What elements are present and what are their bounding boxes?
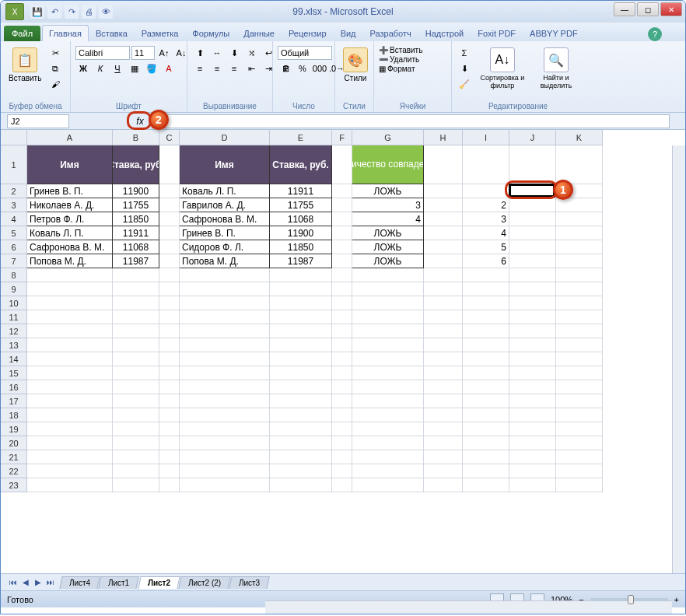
cell[interactable] bbox=[424, 408, 463, 422]
cell[interactable] bbox=[352, 310, 424, 324]
qat-button-0[interactable]: 💾 bbox=[30, 5, 44, 19]
row-header[interactable]: 5 bbox=[1, 226, 27, 240]
cell[interactable] bbox=[509, 226, 556, 240]
sheet-tab[interactable]: Лист1 bbox=[99, 576, 140, 589]
cell[interactable] bbox=[332, 268, 352, 282]
cell[interactable] bbox=[27, 380, 113, 394]
cell[interactable] bbox=[463, 145, 509, 184]
cell[interactable]: ЛОЖЬ bbox=[352, 184, 424, 198]
cell[interactable] bbox=[113, 296, 159, 310]
cell[interactable] bbox=[113, 324, 159, 338]
sheet-nav-last-icon[interactable]: ⏭ bbox=[44, 576, 57, 589]
cell[interactable] bbox=[159, 380, 180, 394]
cell[interactable] bbox=[352, 366, 424, 380]
cell[interactable] bbox=[113, 394, 159, 408]
column-header[interactable]: C bbox=[159, 130, 180, 145]
cell[interactable] bbox=[332, 338, 352, 352]
copy-icon[interactable]: ⧉ bbox=[47, 61, 63, 75]
cell[interactable] bbox=[113, 436, 159, 450]
cell[interactable]: Ставка, руб. bbox=[113, 145, 159, 184]
cell[interactable] bbox=[509, 296, 556, 310]
row-header[interactable]: 9 bbox=[1, 282, 27, 296]
cell[interactable] bbox=[113, 450, 159, 464]
cell[interactable] bbox=[352, 268, 424, 282]
cell[interactable] bbox=[556, 394, 603, 408]
decrease-font-icon[interactable]: A↓ bbox=[173, 46, 189, 60]
cell[interactable] bbox=[352, 296, 424, 310]
cell[interactable] bbox=[352, 436, 424, 450]
cell[interactable] bbox=[332, 408, 352, 422]
cell[interactable] bbox=[27, 422, 113, 436]
cell[interactable]: 11068 bbox=[113, 240, 159, 254]
percent-icon[interactable]: % bbox=[295, 61, 310, 75]
cell[interactable] bbox=[509, 380, 556, 394]
cell[interactable] bbox=[509, 184, 556, 198]
cell[interactable] bbox=[332, 184, 352, 198]
cell[interactable]: Количество совпадений bbox=[352, 145, 424, 184]
cell[interactable] bbox=[332, 198, 352, 212]
cell[interactable]: 11850 bbox=[270, 240, 332, 254]
cell[interactable] bbox=[332, 212, 352, 226]
cell[interactable] bbox=[556, 352, 603, 366]
cell[interactable] bbox=[424, 478, 463, 492]
column-header[interactable]: K bbox=[556, 130, 603, 145]
cell[interactable]: 11900 bbox=[113, 184, 159, 198]
cell[interactable] bbox=[159, 310, 180, 324]
cell[interactable] bbox=[352, 324, 424, 338]
cell[interactable] bbox=[463, 268, 509, 282]
row-header[interactable]: 21 bbox=[1, 450, 27, 464]
cell[interactable] bbox=[270, 296, 332, 310]
cell[interactable] bbox=[509, 254, 556, 268]
decrease-indent-icon[interactable]: ⇤ bbox=[243, 61, 259, 75]
align-center-icon[interactable]: ≡ bbox=[209, 61, 225, 75]
row-header[interactable]: 13 bbox=[1, 338, 27, 352]
cell[interactable]: 11755 bbox=[113, 198, 159, 212]
sort-filter-button[interactable]: A↓ Сортировка и фильтр bbox=[475, 46, 530, 91]
underline-button[interactable]: Ч bbox=[110, 61, 125, 75]
font-color-icon[interactable]: A bbox=[161, 61, 177, 75]
cell[interactable] bbox=[113, 352, 159, 366]
cell[interactable] bbox=[509, 464, 556, 478]
cell[interactable] bbox=[113, 310, 159, 324]
cell[interactable]: 11987 bbox=[113, 254, 159, 268]
cell[interactable] bbox=[159, 478, 180, 492]
align-left-icon[interactable]: ≡ bbox=[192, 61, 208, 75]
cell[interactable]: Петров Ф. Л. bbox=[27, 212, 113, 226]
cell[interactable] bbox=[509, 478, 556, 492]
cell[interactable] bbox=[27, 352, 113, 366]
cell[interactable] bbox=[509, 145, 556, 184]
cell[interactable] bbox=[556, 380, 603, 394]
select-all-corner[interactable] bbox=[1, 130, 27, 145]
cell[interactable] bbox=[27, 394, 113, 408]
font-name-box[interactable]: Calibri bbox=[75, 46, 130, 60]
cell[interactable] bbox=[270, 408, 332, 422]
cell[interactable]: 5 bbox=[463, 240, 509, 254]
comma-icon[interactable]: 000 bbox=[312, 61, 327, 75]
cell[interactable] bbox=[509, 366, 556, 380]
cell[interactable] bbox=[556, 324, 603, 338]
cell[interactable] bbox=[332, 310, 352, 324]
cell[interactable] bbox=[159, 436, 180, 450]
cell[interactable] bbox=[463, 352, 509, 366]
fill-icon[interactable]: ⬇ bbox=[457, 61, 472, 75]
cell[interactable] bbox=[556, 145, 603, 184]
cell[interactable]: 11068 bbox=[270, 212, 332, 226]
font-size-box[interactable]: 11 bbox=[131, 46, 155, 60]
sheet-tab[interactable]: Лист2 bbox=[138, 576, 180, 589]
cell[interactable] bbox=[159, 352, 180, 366]
cell[interactable]: 11850 bbox=[113, 212, 159, 226]
cell[interactable] bbox=[159, 240, 180, 254]
increase-font-icon[interactable]: A↑ bbox=[156, 46, 172, 60]
cell[interactable] bbox=[424, 212, 463, 226]
cell[interactable] bbox=[180, 268, 270, 282]
cell[interactable] bbox=[332, 282, 352, 296]
row-header[interactable]: 10 bbox=[1, 296, 27, 310]
cell[interactable] bbox=[463, 394, 509, 408]
cell[interactable] bbox=[270, 352, 332, 366]
row-header[interactable]: 22 bbox=[1, 464, 27, 478]
cell[interactable] bbox=[424, 268, 463, 282]
cell[interactable] bbox=[180, 422, 270, 436]
clear-icon[interactable]: 🧹 bbox=[457, 77, 472, 91]
cell[interactable] bbox=[113, 268, 159, 282]
cell[interactable] bbox=[424, 422, 463, 436]
